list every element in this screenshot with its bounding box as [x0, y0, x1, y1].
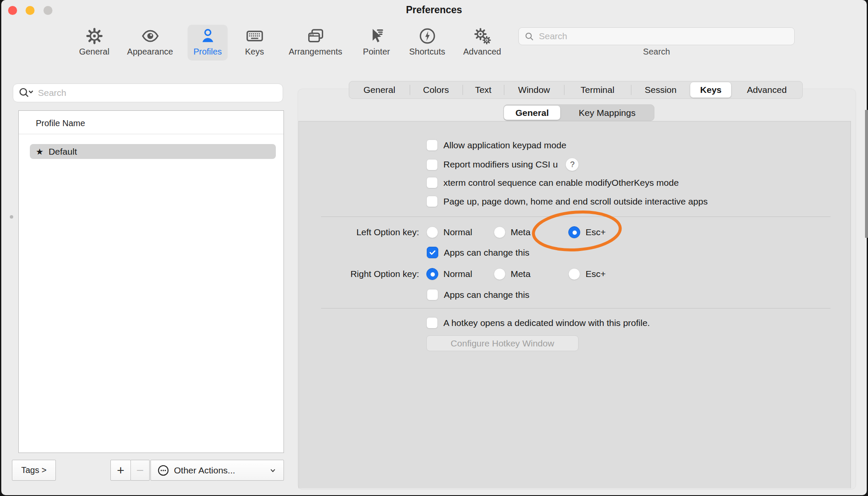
profile-list-header: Profile Name: [36, 118, 85, 128]
checkbox-hotkey-window[interactable]: [426, 317, 438, 329]
cursor-icon: [367, 26, 386, 46]
checkbox-label: A hotkey opens a dedicated window with t…: [443, 318, 650, 328]
gear-icon: [85, 26, 104, 46]
eye-icon: [141, 26, 160, 46]
profile-tabs: General Colors Text Window Terminal Sess…: [349, 81, 803, 99]
profile-name: Default: [49, 147, 77, 157]
row-right-apps-can-change: Apps can change this: [427, 289, 529, 300]
tab-window[interactable]: Window: [504, 81, 564, 98]
right-option-key-label: Right Option key:: [298, 269, 419, 279]
checkbox-left-apps-can-change[interactable]: [427, 247, 438, 258]
window-title: Preferences: [1, 4, 867, 16]
tab-colors[interactable]: Colors: [410, 81, 463, 98]
tab-keys[interactable]: Keys: [690, 82, 731, 98]
preferences-window: Preferences General Appearance Profiles: [1, 0, 867, 495]
radio-right-meta[interactable]: [494, 268, 506, 280]
chevron-down-icon: [268, 466, 278, 475]
radio-label: Meta: [511, 227, 531, 237]
tab-advanced[interactable]: Advanced: [731, 81, 802, 98]
tags-button[interactable]: Tags >: [12, 460, 56, 481]
row-keypad-mode: Allow application keypad mode: [426, 139, 566, 151]
checkbox-csi-u[interactable]: [426, 159, 438, 170]
radio-label: Esc+: [585, 227, 605, 237]
row-csi-u: Report modifiers using CSI u ?: [426, 158, 579, 171]
person-icon: [198, 26, 217, 46]
toolbar-label: Advanced: [463, 47, 501, 57]
row-scroll-outside: Page up, page down, home and end scroll …: [426, 196, 708, 207]
keys-general-content: [298, 121, 851, 488]
checkbox-label: Allow application keypad mode: [443, 140, 566, 150]
keyboard-icon: [245, 26, 264, 46]
star-icon: ★: [36, 147, 43, 157]
toolbar-label: Arrangements: [289, 47, 342, 57]
subtab-general[interactable]: General: [504, 106, 560, 120]
minus-icon: −: [136, 463, 144, 478]
radio-label: Meta: [511, 269, 531, 279]
radio-label: Normal: [443, 227, 472, 237]
other-actions-label: Other Actions...: [174, 465, 235, 476]
row-hotkey-window: A hotkey opens a dedicated window with t…: [426, 317, 650, 329]
radio-label: Normal: [443, 269, 472, 279]
radio-left-meta[interactable]: [494, 226, 506, 238]
radio-label: Esc+: [585, 269, 605, 279]
left-option-radio-group: Normal Meta Esc+: [426, 226, 606, 238]
profile-list: Profile Name ★ Default: [18, 110, 284, 453]
help-button[interactable]: ?: [566, 158, 579, 171]
toolbar-search-input[interactable]: [539, 31, 789, 41]
toolbar-item-advanced[interactable]: Advanced: [446, 26, 518, 59]
checkbox-keypad-mode[interactable]: [426, 139, 438, 151]
radio-right-esc[interactable]: [568, 268, 580, 280]
left-option-key-label: Left Option key:: [298, 227, 419, 237]
toolbar-search-caption: Search: [593, 47, 720, 57]
profile-row-default[interactable]: ★ Default: [30, 144, 276, 159]
search-icon: [524, 31, 535, 42]
radio-right-normal[interactable]: [426, 268, 438, 280]
divider: [321, 216, 830, 217]
row-modify-other-keys: xterm control sequence can enable modify…: [426, 177, 679, 188]
pane-resize-dot: [10, 215, 13, 219]
checkbox-label: Apps can change this: [444, 248, 529, 258]
toolbar-label: Appearance: [127, 47, 173, 57]
bolt-circle-icon: [418, 26, 437, 46]
checkbox-label: Report modifiers using CSI u: [443, 159, 558, 170]
other-actions-dropdown[interactable]: Other Actions...: [150, 460, 284, 481]
radio-left-normal[interactable]: [426, 226, 438, 238]
keys-subtabs: General Key Mappings: [503, 104, 654, 121]
background-window-sliver: [865, 110, 868, 238]
remove-profile-button[interactable]: −: [130, 460, 150, 481]
toolbar-label: Keys: [245, 47, 264, 57]
tags-button-label: Tags >: [21, 465, 46, 475]
add-profile-button[interactable]: +: [110, 460, 131, 481]
radio-left-esc[interactable]: [568, 226, 580, 238]
profile-search-field[interactable]: [13, 84, 283, 102]
divider: [321, 308, 830, 309]
configure-hotkey-window-button[interactable]: Configure Hotkey Window: [426, 335, 579, 351]
gears-icon: [473, 26, 492, 46]
divider: [19, 134, 284, 134]
search-menu-icon: [17, 87, 35, 99]
checkbox-label: xterm control sequence can enable modify…: [443, 178, 679, 188]
checkbox-label: Apps can change this: [444, 290, 529, 300]
checkbox-label: Page up, page down, home and end scroll …: [443, 196, 708, 207]
checkbox-right-apps-can-change[interactable]: [427, 289, 438, 300]
subtab-key-mappings[interactable]: Key Mappings: [560, 105, 654, 121]
plus-icon: +: [117, 463, 124, 478]
right-option-radio-group: Normal Meta Esc+: [426, 268, 606, 280]
toolbar-label: Pointer: [363, 47, 390, 57]
toolbar-label: General: [79, 47, 109, 57]
tab-terminal[interactable]: Terminal: [564, 81, 631, 98]
checkbox-scroll-outside[interactable]: [426, 196, 438, 207]
tab-session[interactable]: Session: [631, 81, 691, 98]
toolbar-label: Profiles: [194, 47, 222, 57]
configure-hotkey-window-label: Configure Hotkey Window: [451, 338, 554, 349]
windows-icon: [306, 26, 325, 46]
row-left-apps-can-change: Apps can change this: [427, 247, 529, 258]
toolbar-search-field[interactable]: [518, 27, 795, 45]
tab-text[interactable]: Text: [463, 81, 504, 98]
profile-search-input[interactable]: [38, 88, 278, 98]
circle-ellipsis-icon: [157, 464, 170, 477]
tab-general[interactable]: General: [349, 81, 410, 98]
checkbox-modify-other-keys[interactable]: [426, 177, 438, 188]
toolbar-label: Shortcuts: [409, 47, 445, 57]
